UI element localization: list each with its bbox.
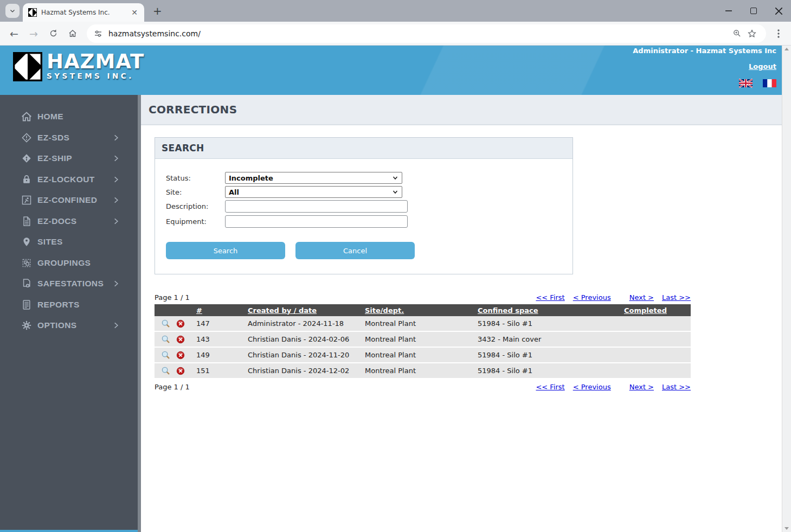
back-button[interactable]: ← (5, 24, 23, 43)
table-row: 149 Christian Danis - 2024-11-20 Montrea… (155, 347, 691, 363)
scroll-down-icon[interactable] (784, 527, 789, 530)
description-input[interactable] (225, 200, 408, 213)
scroll-up-icon[interactable] (784, 48, 789, 50)
window-maximize-button[interactable] (741, 0, 766, 22)
row-site: Montreal Plant (358, 363, 471, 379)
created-column-header[interactable]: Created by / date (241, 304, 358, 316)
sidebar-item-ez-lockout[interactable]: EZ-LOCKOUT (0, 169, 138, 190)
search-panel-title: SEARCH (162, 143, 566, 153)
pagination-bottom: Page 1 / 1 << First < Previous Next > La… (155, 383, 691, 391)
browser-titlebar: Hazmat Systems Inc. ✕ + (0, 0, 791, 22)
url-bar[interactable]: hazmatsystemsinc.com/ (87, 24, 766, 43)
search-button[interactable]: Search (166, 242, 285, 259)
row-confined: 3432 - Main cover (471, 331, 618, 347)
previous-page-link[interactable]: < Previous (573, 383, 611, 391)
forward-button[interactable]: → (24, 24, 43, 43)
site-label: Site: (166, 188, 225, 196)
document-icon (21, 215, 33, 227)
first-page-link[interactable]: << First (536, 293, 564, 302)
safestation-icon (21, 278, 33, 290)
sidebar-item-options[interactable]: OPTIONS (0, 315, 138, 336)
sidebar-item-ez-docs[interactable]: EZ-DOCS (0, 211, 138, 232)
new-tab-button[interactable]: + (153, 4, 162, 17)
page-scrollbar[interactable] (782, 46, 791, 532)
description-label: Description: (166, 202, 225, 210)
tab-search-button[interactable] (5, 4, 20, 18)
site-column-header[interactable]: Site/dept. (358, 304, 471, 316)
confined-column-header[interactable]: Confined space (471, 304, 618, 316)
row-confined: 51984 - Silo #1 (471, 363, 618, 379)
browser-toolbar: ← → hazmatsystemsinc.com/ (0, 22, 791, 46)
sidebar-item-reports[interactable]: REPORTS (0, 294, 138, 316)
view-magnifier-icon[interactable] (161, 366, 171, 376)
browser-menu-button[interactable] (770, 25, 787, 42)
row-created: Christian Danis - 2024-02-06 (241, 331, 358, 347)
sidebar-item-ez-sds[interactable]: EZ-SDS (0, 127, 138, 149)
uk-flag-icon[interactable] (739, 78, 753, 88)
site-select[interactable]: All (225, 186, 402, 198)
url-text[interactable]: hazmatsystemsinc.com/ (108, 29, 729, 38)
sidebar-item-sites[interactable]: SITES (0, 232, 138, 253)
report-icon (21, 299, 33, 311)
pagination-top: Page 1 / 1 << First < Previous Next > La… (155, 293, 691, 302)
close-icon (775, 8, 782, 15)
zoom-page-icon[interactable] (729, 26, 744, 41)
delete-x-icon[interactable] (176, 366, 185, 376)
window-minimize-button[interactable] (716, 0, 741, 22)
view-magnifier-icon[interactable] (161, 350, 171, 360)
row-site: Montreal Plant (358, 347, 471, 363)
first-page-link[interactable]: << First (536, 383, 564, 391)
sidebar-item-safestations[interactable]: SAFESTATIONS (0, 273, 138, 294)
delete-x-icon[interactable] (176, 335, 185, 344)
logo-text-secondary: SYSTEMS INC. (47, 72, 144, 80)
home-icon (21, 111, 33, 123)
id-column-header[interactable]: # (190, 304, 241, 316)
previous-page-link[interactable]: < Previous (573, 293, 611, 302)
app-header: HAZMAT SYSTEMS INC. Administrator - Hazm… (0, 46, 782, 95)
cancel-button[interactable]: Cancel (295, 242, 415, 259)
site-controls-icon[interactable] (93, 29, 103, 39)
row-created: Christian Danis - 2024-12-02 (241, 363, 358, 379)
lock-icon (21, 174, 33, 185)
row-completed (618, 363, 691, 379)
reload-button[interactable] (44, 24, 62, 43)
browser-tab[interactable]: Hazmat Systems Inc. ✕ (23, 3, 144, 22)
sidebar-item-groupings[interactable]: GROUPINGS (0, 253, 138, 274)
next-page-link[interactable]: Next > (629, 293, 654, 302)
home-button[interactable] (63, 24, 82, 43)
ship-diamond-icon (21, 152, 33, 164)
last-page-link[interactable]: Last >> (662, 383, 691, 391)
tab-close-icon[interactable]: ✕ (129, 8, 140, 17)
status-select[interactable]: Incomplete (225, 172, 402, 184)
corrections-table: # Created by / date Site/dept. Confined … (155, 304, 691, 379)
completed-column-header[interactable]: Completed (618, 304, 691, 316)
chevron-right-icon (112, 280, 120, 287)
sidebar-item-home[interactable]: HOME (0, 106, 138, 127)
view-magnifier-icon[interactable] (161, 319, 171, 329)
equipment-label: Equipment: (166, 217, 225, 226)
delete-x-icon[interactable] (176, 319, 185, 329)
sidebar: HOME EZ-SDS EZ-SHIP (0, 95, 141, 532)
page-title: CORRECTIONS (149, 103, 237, 116)
next-page-link[interactable]: Next > (629, 383, 654, 391)
view-magnifier-icon[interactable] (161, 335, 171, 344)
chevron-right-icon (112, 134, 120, 142)
sidebar-item-label: SAFESTATIONS (37, 279, 104, 289)
sidebar-item-ez-confined[interactable]: EZ-CONFINED (0, 190, 138, 211)
browser-home-icon (68, 29, 78, 39)
equipment-input[interactable] (225, 215, 408, 228)
bookmark-star-icon[interactable] (744, 26, 760, 41)
row-id: 151 (190, 363, 241, 379)
sidebar-item-ez-ship[interactable]: EZ-SHIP (0, 148, 138, 169)
last-page-link[interactable]: Last >> (662, 293, 691, 302)
row-confined: 51984 - Silo #1 (471, 316, 618, 331)
sidebar-item-label: GROUPINGS (37, 258, 91, 268)
sidebar-item-label: OPTIONS (37, 321, 77, 330)
kebab-menu-icon (777, 29, 780, 38)
logout-link[interactable]: Logout (749, 62, 776, 70)
window-close-button[interactable] (766, 0, 791, 22)
reload-icon (49, 29, 58, 38)
france-flag-icon[interactable] (763, 78, 776, 88)
logo-text-primary: HAZMAT (47, 53, 144, 70)
delete-x-icon[interactable] (176, 350, 185, 360)
